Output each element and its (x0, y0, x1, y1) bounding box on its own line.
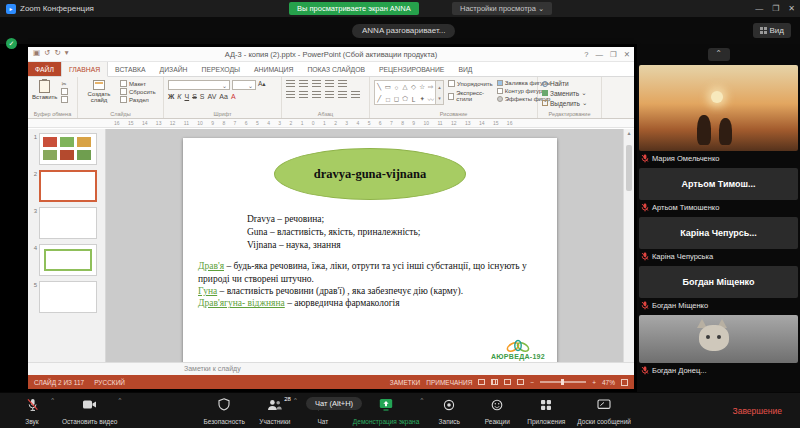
indent-increase-icon[interactable] (325, 80, 334, 88)
slide-sorter-icon[interactable] (491, 379, 498, 385)
arrange-button[interactable]: Упорядочить (448, 80, 493, 87)
paste-button[interactable]: Вставить (32, 80, 57, 100)
tab-animations[interactable]: АНИМАЦИЯ (247, 62, 300, 76)
current-slide[interactable]: dravya-guna-vijnana Dravya – речовина; G… (183, 138, 557, 362)
underline-icon[interactable]: Ч (184, 93, 189, 100)
tab-transitions[interactable]: ПЕРЕХОДЫ (195, 62, 248, 76)
reset-button[interactable]: Сбросить (120, 88, 156, 95)
columns-icon[interactable] (338, 91, 347, 99)
italic-icon[interactable]: К (177, 93, 181, 100)
participant-video-5[interactable] (639, 315, 798, 363)
line-spacing-icon[interactable] (338, 80, 347, 88)
normal-view-icon[interactable] (478, 379, 485, 385)
participants-caret-icon[interactable]: ^ (294, 397, 297, 403)
audio-button[interactable]: ^ Звук (8, 393, 56, 428)
view-button[interactable]: Вид (753, 23, 791, 38)
char-spacing-icon[interactable]: AV (207, 93, 216, 100)
shapes-gallery-scroll[interactable]: ▴▾ (436, 80, 444, 105)
slide-title-ellipse[interactable]: dravya-guna-vijnana (274, 148, 466, 200)
end-meeting-button[interactable]: Завершение (723, 406, 792, 416)
tab-review[interactable]: РЕЦЕНЗИРОВАНИЕ (372, 62, 451, 76)
language-indicator[interactable]: РУССКИЙ (94, 379, 125, 386)
slide-thumbnail-5[interactable]: 5 (30, 281, 102, 313)
tab-insert[interactable]: ВСТАВКА (108, 62, 152, 76)
select-button[interactable]: Выделить ⌄ (542, 99, 587, 107)
qat-dropdown-icon[interactable]: ▾ (65, 48, 69, 57)
bullets-icon[interactable] (286, 80, 295, 88)
replace-button[interactable]: Заменить ⌄ (542, 89, 587, 97)
participant-tile[interactable]: Артьом Тимош... Артьом Тимошенко (639, 168, 798, 214)
participant-tile[interactable]: Каріна Чепурсь... Каріна Чепурська (639, 217, 798, 263)
indent-decrease-icon[interactable] (312, 80, 321, 88)
fit-to-window-icon[interactable] (621, 379, 628, 386)
tab-view[interactable]: ВИД (451, 62, 479, 76)
text-direction-icon[interactable] (351, 91, 360, 99)
scrollbar-thumb[interactable] (626, 145, 632, 191)
close-icon[interactable]: ✕ (788, 4, 795, 13)
notes-toggle[interactable]: ЗАМЕТКИ (390, 379, 420, 386)
section-button[interactable]: Раздел (120, 96, 156, 103)
align-left-icon[interactable] (286, 91, 295, 99)
tab-slideshow[interactable]: ПОКАЗ СЛАЙДОВ (300, 62, 372, 76)
collapse-panel-button[interactable]: ⌃ (708, 48, 730, 61)
justify-icon[interactable] (325, 91, 334, 99)
slideshow-icon[interactable] (517, 379, 524, 385)
tab-file[interactable]: ФАЙЛ (28, 62, 61, 76)
pp-restore-icon[interactable]: ❐ (610, 50, 617, 59)
quick-styles-button[interactable]: Экспресс-стили (448, 90, 493, 102)
align-center-icon[interactable] (299, 91, 308, 99)
video-caret-icon[interactable]: ^ (119, 397, 122, 403)
reading-view-icon[interactable] (504, 379, 511, 385)
participant-video-3[interactable]: Каріна Чепурсь... (639, 217, 798, 249)
slide-scrollbar[interactable]: ▴ (623, 129, 634, 362)
text-shadow-icon[interactable]: S (200, 93, 205, 100)
new-slide-button[interactable]: Создать слайд (82, 80, 116, 103)
participant-video-2[interactable]: Артьом Тимош... (639, 168, 798, 200)
undo-icon[interactable]: ↺ (44, 48, 50, 57)
maximize-icon[interactable]: ❐ (772, 4, 779, 13)
font-name-select[interactable]: ⌄ (168, 80, 230, 90)
security-button[interactable]: Безопасность (197, 393, 250, 428)
share-caret-icon[interactable]: ^ (420, 397, 423, 403)
grow-font-icon[interactable]: A▴ (258, 80, 266, 90)
participant-tile[interactable]: Богдан Донец... (639, 315, 798, 377)
zoom-percentage[interactable]: 47% (602, 379, 615, 386)
reactions-button[interactable]: Реакции (473, 393, 521, 428)
slide-thumbnail-3[interactable]: 3 (30, 207, 102, 239)
record-button[interactable]: Запись (425, 393, 473, 428)
align-right-icon[interactable] (312, 91, 321, 99)
slide-thumbnail-2-selected[interactable]: 2 (30, 170, 102, 202)
save-icon[interactable]: ▣ (33, 48, 40, 57)
slide-thumbnail-1[interactable]: 1 (30, 133, 102, 165)
redo-icon[interactable]: ↻ (54, 48, 60, 57)
apps-button[interactable]: Приложения (521, 393, 571, 428)
participants-button[interactable]: 28 ^ Участники (251, 393, 299, 428)
change-case-icon[interactable]: Aa (219, 93, 228, 100)
slide-thumbnail-4[interactable]: 4 (30, 244, 102, 276)
participant-video-4[interactable]: Богдан Міщенко (639, 266, 798, 298)
audio-caret-icon[interactable]: ^ (51, 397, 54, 403)
horizontal-ruler[interactable]: 16 15 14 13 12 11 10 9 8 7 6 5 4 3 2 1 0… (28, 119, 634, 128)
zoom-slider-knob[interactable] (561, 379, 564, 385)
whiteboards-button[interactable]: Доски сообщений (571, 393, 637, 428)
pp-minimize-icon[interactable]: — (595, 50, 603, 59)
participant-tile[interactable]: Богдан Міщенко Богдан Міщенко (639, 266, 798, 312)
participant-tile[interactable]: Мария Омельченко (639, 65, 798, 165)
strikethrough-icon[interactable]: S (192, 93, 197, 100)
font-color-icon[interactable]: A (231, 93, 236, 100)
zoom-out-icon[interactable]: − (530, 379, 534, 386)
minimize-icon[interactable]: — (755, 4, 763, 13)
view-settings-dropdown[interactable]: Настройки просмотра ⌄ (452, 2, 552, 15)
zoom-in-icon[interactable]: + (592, 379, 596, 386)
font-size-select[interactable]: ⌄ (232, 80, 256, 90)
pp-close-icon[interactable]: ✕ (624, 50, 630, 59)
shapes-gallery[interactable]: ╲▭○△◇☆⇨ ╱□◻⬠L✦〰 (374, 80, 436, 105)
find-button[interactable]: Найти (542, 80, 587, 87)
layout-button[interactable]: Макет (120, 80, 156, 87)
participant-video-1[interactable] (639, 65, 798, 151)
zoom-slider[interactable] (540, 381, 586, 383)
comments-toggle[interactable]: ПРИМЕЧАНИЯ (426, 379, 472, 386)
cut-icon[interactable]: ✂ (61, 80, 68, 87)
help-icon[interactable]: ? (584, 50, 588, 59)
stop-video-button[interactable]: ^ Остановить видео (56, 393, 123, 428)
